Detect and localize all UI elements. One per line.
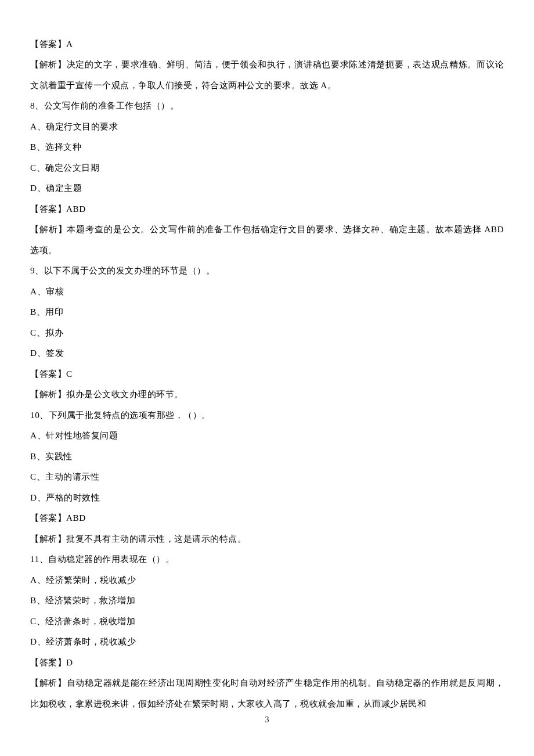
page-number: 3 — [0, 711, 534, 729]
answer-label: 【答案】A — [30, 34, 504, 54]
option-a: A、经济繁荣时，税收减少 — [30, 570, 504, 590]
option-b: B、用印 — [30, 301, 504, 322]
option-c: C、经济萧条时，税收增加 — [30, 611, 504, 631]
explanation-text: 【解析】拟办是公文收文办理的环节。 — [30, 384, 504, 404]
option-d: D、严格的时效性 — [30, 487, 504, 507]
option-b: B、经济繁荣时，救济增加 — [30, 590, 504, 610]
question-text: 9、以下不属于公文的发文办理的环节是（）。 — [30, 260, 504, 280]
option-b: B、实践性 — [30, 446, 504, 466]
option-d: D、确定主题 — [30, 178, 504, 198]
option-b: B、选择文种 — [30, 136, 504, 157]
explanation-text: 【解析】批复不具有主动的请示性，这是请示的特点。 — [30, 528, 504, 549]
question-text: 8、公文写作前的准备工作包括（）。 — [30, 95, 504, 116]
option-d: D、签发 — [30, 343, 504, 363]
explanation-text: 【解析】自动稳定器就是能在经济出现周期性变化时自动对经济产生稳定作用的机制。自动… — [30, 672, 504, 714]
question-text: 10、下列属于批复特点的选项有那些，（）。 — [30, 405, 504, 425]
answer-label: 【答案】ABD — [30, 199, 504, 219]
answer-label: 【答案】C — [30, 363, 504, 384]
document-page: 【答案】A 【解析】决定的文字，要求准确、鲜明、简洁，便于领会和执行，演讲稿也要… — [0, 0, 534, 756]
answer-label: 【答案】ABD — [30, 507, 504, 528]
option-c: C、确定公文日期 — [30, 157, 504, 178]
option-a: A、针对性地答复问题 — [30, 425, 504, 445]
option-a: A、审核 — [30, 281, 504, 301]
explanation-text: 【解析】决定的文字，要求准确、鲜明、简洁，便于领会和执行，演讲稿也要求陈述清楚扼… — [30, 54, 504, 95]
question-text: 11、自动稳定器的作用表现在（）。 — [30, 549, 504, 569]
explanation-text: 【解析】本题考查的是公文。公文写作前的准备工作包括确定行文目的要求、选择文种、确… — [30, 219, 504, 260]
option-c: C、拟办 — [30, 322, 504, 343]
option-d: D、经济萧条时，税收减少 — [30, 631, 504, 651]
option-a: A、确定行文目的要求 — [30, 116, 504, 136]
answer-label: 【答案】D — [30, 652, 504, 672]
option-c: C、主动的请示性 — [30, 466, 504, 487]
